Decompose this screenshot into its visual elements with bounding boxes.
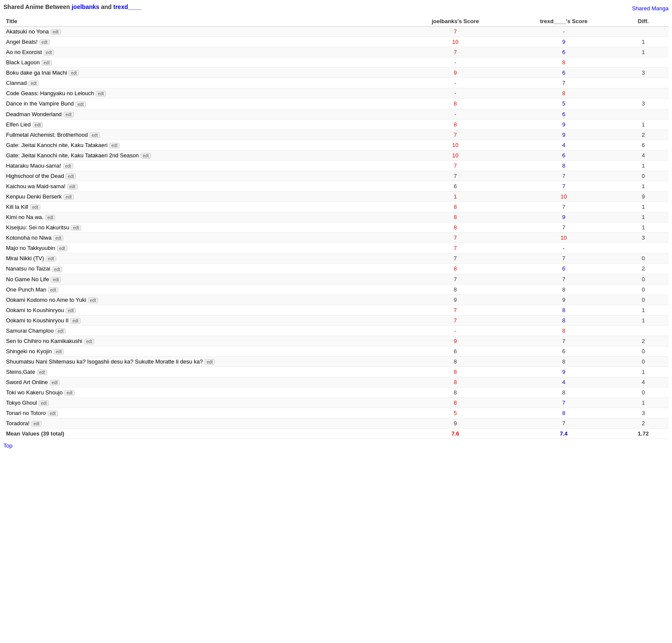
anime-title-link[interactable]: Fullmetal Alchemist: Brotherhood [6,132,88,138]
anime-title-link[interactable]: Dance in the Vampire Bund [6,100,74,107]
anime-title-link[interactable]: Tonari no Totoro [6,410,46,416]
anime-title-link[interactable]: Black Lagoon [6,59,40,66]
edit-button[interactable]: edt [53,235,63,241]
edit-button[interactable]: edt [51,29,61,35]
anime-title-link[interactable]: Ookami to Koushinryou II [6,317,69,324]
table-row: Ookami to Koushinryouedt781 [3,305,669,315]
user2-score: 7 [509,222,618,233]
edit-button[interactable]: edt [63,194,74,200]
edit-button[interactable]: edt [90,132,100,138]
edit-button[interactable]: edt [71,225,81,231]
anime-title-link[interactable]: Highschool of the Dead [6,173,64,179]
anime-title-link[interactable]: Kaichou wa Maid-sama! [6,183,66,189]
edit-button[interactable]: edt [42,60,52,66]
user2-score: 8 [509,57,618,68]
top-link[interactable]: Top [3,442,12,449]
anime-title-link[interactable]: Majo no Takkyuubin [6,245,55,251]
table-row: Nanatsu no Taizaiedt862 [3,264,669,274]
edit-button[interactable]: edt [54,349,64,355]
anime-title-link[interactable]: Hataraku Maou-sama! [6,162,61,169]
anime-title-link[interactable]: Angel Beats! [6,39,38,45]
anime-title-link[interactable]: Elfen Lied [6,121,31,128]
user2-score: 7 [509,171,618,181]
edit-button[interactable]: edt [70,318,81,324]
edit-button[interactable]: edt [48,411,58,416]
shared-manga-link[interactable]: Shared Manga [632,5,669,12]
edit-button[interactable]: edt [30,204,40,210]
user2-score: 8 [509,388,618,398]
edit-button[interactable]: edt [67,184,78,189]
user2-score: 6 [509,264,618,274]
user1-score: 8 [401,367,509,377]
anime-title-link[interactable]: Kiseijuu: Sei no Kakuritsu [6,224,69,231]
edit-button[interactable]: edt [66,174,76,179]
edit-button[interactable]: edt [39,39,50,45]
edit-button[interactable]: edt [69,70,79,76]
edit-button[interactable]: edt [88,297,98,303]
user2-link[interactable]: trexd____ [113,3,141,10]
anime-title-link[interactable]: Deadman Wonderland [6,111,62,117]
table-row: Hataraku Maou-sama!edt781 [3,160,669,171]
edit-button[interactable]: edt [141,153,151,159]
edit-button[interactable]: edt [48,287,58,293]
edit-button[interactable]: edt [37,370,47,375]
anime-title-link[interactable]: Samurai Champloo [6,328,54,334]
anime-title-link[interactable]: Ao no Exorcist [6,49,42,55]
edit-button[interactable]: edt [33,122,43,128]
anime-title-link[interactable]: Sword Art Online [6,379,48,385]
edit-button[interactable]: edt [55,328,66,334]
edit-button[interactable]: edt [63,163,73,169]
anime-title-link[interactable]: Gate: Jieitai Kanochi nite, Kaku Tatakae… [6,152,139,159]
anime-title-link[interactable]: Kotonoha no Niwa [6,234,51,241]
edit-button[interactable]: edt [75,102,86,107]
anime-title-link[interactable]: Toradora! [6,420,30,427]
diff-value: 0 [618,253,669,264]
edit-button[interactable]: edt [28,81,39,86]
anime-title-link[interactable]: Akatsuki no Yona [6,28,49,35]
anime-title-link[interactable]: Sen to Chihiro no Kamikakushi [6,338,82,344]
user2-score: 8 [509,160,618,171]
user1-link[interactable]: joelbanks [72,3,99,10]
anime-title-link[interactable]: Ookami Kodomo no Ame to Yuki [6,297,86,303]
user1-score: 8 [401,398,509,408]
anime-title-link[interactable]: Code Geass: Hangyaku no Lelouch [6,90,94,96]
user2-score: - [509,27,618,37]
anime-title-link[interactable]: Steins;Gate [6,369,35,375]
anime-title-link[interactable]: Ookami to Koushinryou [6,307,64,313]
anime-title-link[interactable]: Clannad [6,80,27,86]
user2-score: 8 [509,284,618,294]
anime-title-link[interactable]: Gate: Jieitai Kanochi nite, Kaku Tatakae… [6,142,108,148]
anime-title-link[interactable]: Shuumatsu Nani Shitemasu ka? Isogashii d… [6,358,203,365]
user1-score: 7 [401,129,509,140]
edit-button[interactable]: edt [39,400,49,406]
edit-button[interactable]: edt [57,246,67,251]
edit-button[interactable]: edt [45,215,55,220]
anime-title-link[interactable]: Kimi no Na wa. [6,214,43,220]
anime-title-link[interactable]: Kill la Kill [6,204,28,210]
edit-button[interactable]: edt [109,143,120,148]
edit-button[interactable]: edt [84,339,94,344]
anime-title-link[interactable]: Mirai Nikki (TV) [6,255,44,261]
table-row: Toradora!edt972 [3,418,669,429]
edit-button[interactable]: edt [46,256,56,261]
edit-button[interactable]: edt [66,308,76,313]
edit-button[interactable]: edt [64,390,75,396]
user2-score: 10 [509,192,618,202]
edit-button[interactable]: edt [52,267,62,272]
anime-title-link[interactable]: One Punch Man [6,286,46,293]
edit-button[interactable]: edt [63,112,74,117]
edit-button[interactable]: edt [96,91,106,96]
edit-button[interactable]: edt [205,359,215,365]
edit-button[interactable]: edt [50,380,60,385]
table-row: Sword Art Onlineedt844 [3,377,669,388]
anime-title-link[interactable]: No Game No Life [6,276,49,282]
anime-title-link[interactable]: Tokyo Ghoul [6,400,37,406]
anime-title-link[interactable]: Kenpuu Denki Berserk [6,193,62,200]
anime-title-link[interactable]: Shingeki no Kyojin [6,348,52,355]
edit-button[interactable]: edt [44,50,54,55]
edit-button[interactable]: edt [51,277,61,282]
anime-title-link[interactable]: Toki wo Kakeru Shoujo [6,389,63,396]
anime-title-link[interactable]: Nanatsu no Taizai [6,265,50,272]
anime-title-link[interactable]: Boku dake ga Inai Machi [6,69,67,76]
edit-button[interactable]: edt [31,421,42,427]
